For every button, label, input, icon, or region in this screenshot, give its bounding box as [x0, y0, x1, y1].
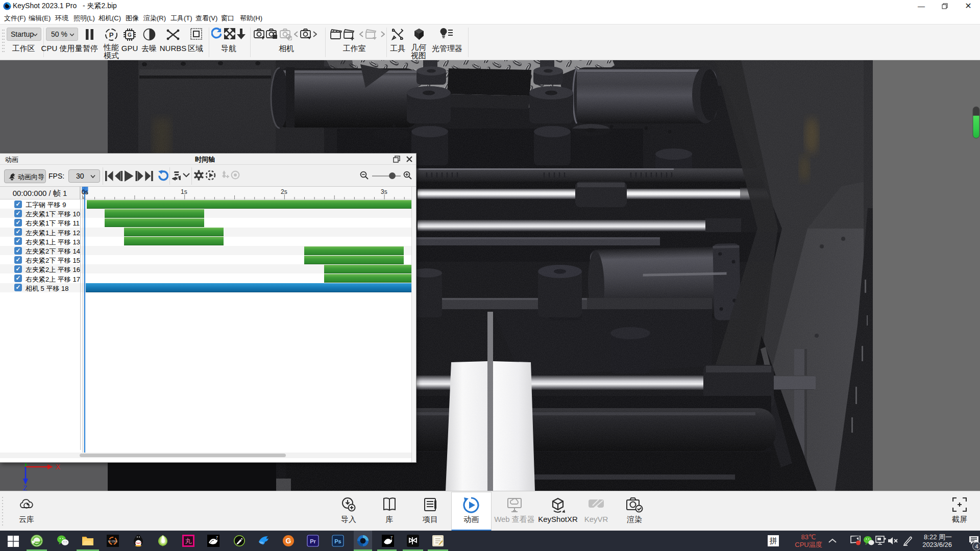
svg-text:1s: 1s	[181, 188, 187, 195]
svg-text:P: P	[109, 31, 114, 39]
svg-text:丸: 丸	[185, 537, 192, 545]
svg-text:Ps: Ps	[334, 538, 341, 544]
svg-text:RYZEN: RYZEN	[108, 540, 118, 543]
svg-text:G: G	[286, 537, 291, 545]
svg-text:Pr: Pr	[310, 538, 316, 544]
svg-text:G: G	[128, 32, 132, 38]
svg-text:Z: Z	[23, 484, 27, 491]
svg-text:2s: 2s	[281, 188, 287, 195]
svg-text:7: 7	[216, 535, 218, 540]
svg-text:X: X	[56, 463, 61, 471]
svg-text:7: 7	[390, 535, 393, 540]
svg-text:3s: 3s	[381, 188, 387, 195]
